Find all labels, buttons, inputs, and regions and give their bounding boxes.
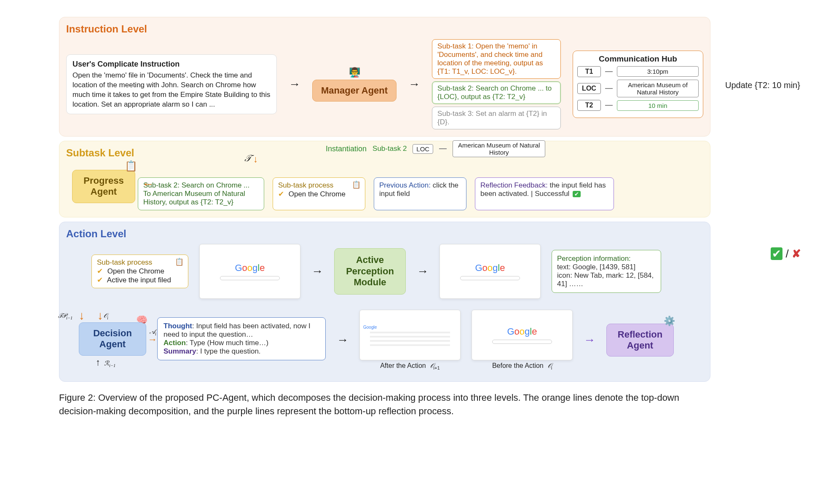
decision-agent-label: Decision Agent bbox=[88, 328, 137, 350]
hub-connector bbox=[605, 105, 613, 106]
instantiation-loc-value: American Museum of Natural History bbox=[453, 140, 545, 157]
arrow-icon: → bbox=[311, 265, 323, 278]
checklist-icon: 📋 bbox=[125, 160, 137, 172]
subtask-2: Sub-task 2: Search on Chrome ... to {LOC… bbox=[432, 81, 561, 104]
arrow-icon: → bbox=[417, 265, 429, 278]
google-logo: Google bbox=[507, 326, 537, 337]
oi-symbol: 𝒪i bbox=[103, 312, 108, 320]
figure-caption: Figure 2: Overview of the proposed PC-Ag… bbox=[59, 391, 710, 418]
brain-icon: 🧠 bbox=[136, 314, 147, 325]
instantiation-strip: Instantiation Sub-task 2 LOC American Mu… bbox=[321, 138, 550, 160]
instantiated-subtask-card: Sub-task 2: Search on Chrome ... To Amer… bbox=[138, 177, 264, 210]
figure-number: Figure 2: bbox=[59, 392, 96, 403]
check-icon bbox=[278, 190, 287, 198]
hub-row: T1 3:10pm bbox=[577, 66, 699, 77]
reflection-feedback-card: Reflection Feedback: the input field has… bbox=[475, 177, 614, 210]
hub-key: LOC bbox=[577, 83, 601, 94]
tp-symbol: 𝒯𝒫i−1 bbox=[58, 312, 72, 320]
figure: Instruction Level User's Complicate Inst… bbox=[59, 17, 710, 382]
search-bar-placeholder bbox=[460, 276, 520, 280]
success-fail-indicator: ✔ / ✘ bbox=[771, 247, 801, 260]
hub-key: T2 bbox=[577, 100, 601, 111]
tau-symbol: 𝒯 bbox=[244, 153, 250, 164]
user-instruction-body: Open the 'memo' file in 'Documents'. Che… bbox=[72, 71, 271, 110]
arrow-right-icon: → bbox=[148, 334, 157, 345]
hub-row: T2 10 min bbox=[577, 100, 699, 111]
subtask-list: Sub-task 1: Open the 'memo' in 'Document… bbox=[432, 39, 561, 129]
screenshot-annotated: Google bbox=[439, 244, 541, 299]
thought-label: Thought bbox=[163, 322, 192, 330]
user-instruction-card: User's Complicate Instruction Open the '… bbox=[66, 54, 277, 114]
cross-icon: ✘ bbox=[792, 247, 801, 260]
action-level-panel: Action Level Sub-task process Open the C… bbox=[59, 222, 710, 382]
teacher-icon: 👨‍🏫 bbox=[349, 67, 360, 78]
arrow-down-icon: ↓ bbox=[79, 309, 85, 322]
arrow-icon: → bbox=[584, 333, 595, 347]
instruction-level-title: Instruction Level bbox=[66, 23, 703, 35]
success-badge-icon: ✔ bbox=[573, 191, 581, 197]
user-instruction-title: User's Complicate Instruction bbox=[72, 59, 271, 69]
perception-info-body: text: Google, [1439, 581] icon: New Tab,… bbox=[557, 263, 654, 288]
progress-agent-label: Progress Agent bbox=[81, 175, 126, 198]
previous-action-card: Previous Action: click the input field bbox=[374, 177, 466, 210]
instantiation-loc-key: LOC bbox=[413, 144, 433, 154]
summary-label: Summary bbox=[163, 347, 196, 355]
subtask-process-item: Active the input filed bbox=[107, 276, 171, 284]
decision-agent: 🧠 Decision Agent bbox=[79, 322, 146, 356]
screenshot-after-action: Google bbox=[359, 310, 461, 360]
manager-agent-label: Manager Agent bbox=[321, 85, 388, 96]
arrow-icon: → bbox=[408, 78, 420, 91]
arrow-left-icon: ← bbox=[142, 177, 154, 191]
connector-line bbox=[439, 148, 447, 149]
clipboard-icon bbox=[175, 257, 184, 266]
arrow-icon: → bbox=[337, 333, 348, 347]
gears-head-icon: ⚙️ bbox=[664, 316, 675, 327]
subtask-process-item: Open the Chrome bbox=[107, 267, 164, 275]
instantiation-label: Instantiation bbox=[326, 145, 367, 153]
perception-info-title: Perception information: bbox=[557, 255, 631, 263]
google-logo: Google bbox=[235, 263, 265, 273]
subtask-process-item: Open the Chrome bbox=[289, 190, 346, 198]
hub-connector bbox=[605, 71, 613, 72]
instantiated-subtask-text: Sub-task 2: Search on Chrome ... To Amer… bbox=[143, 181, 249, 206]
update-annotation: Update {T2: 10 min} bbox=[725, 80, 801, 90]
summary-body: I type the question. bbox=[200, 347, 261, 355]
progress-agent: 📋 Progress Agent bbox=[72, 170, 135, 203]
screenshot-before: Google bbox=[199, 244, 300, 299]
instruction-level-panel: Instruction Level User's Complicate Inst… bbox=[59, 17, 710, 137]
hub-value: American Museum of Natural History bbox=[617, 80, 699, 98]
action-level-title: Action Level bbox=[66, 228, 703, 240]
update-annotation-text: Update {T2: 10 min} bbox=[725, 80, 800, 90]
perception-info-card: Perception information: text: Google, [1… bbox=[552, 250, 661, 293]
reflection-feedback-label: Reflection Feedback bbox=[480, 181, 546, 189]
active-perception-module: Active Perception Module bbox=[334, 248, 406, 295]
hub-value: 3:10pm bbox=[617, 66, 699, 77]
instantiation-subtask: Sub-task 2 bbox=[372, 145, 407, 153]
subtask-process-title: Sub-task process bbox=[278, 181, 333, 189]
clipboard-icon bbox=[352, 180, 361, 189]
check-icon: ✔ bbox=[771, 247, 782, 260]
after-action-label: After the Action 𝒪i+1 bbox=[380, 362, 440, 370]
arrow-up-icon: ↑ bbox=[96, 357, 100, 368]
check-icon bbox=[97, 276, 105, 284]
reflection-agent-label: Reflection Agent bbox=[615, 329, 665, 351]
action-body: Type (How much time…) bbox=[190, 339, 268, 347]
communication-hub: Communication Hub T1 3:10pm LOC American… bbox=[573, 51, 703, 118]
search-bar-placeholder bbox=[220, 276, 280, 280]
screenshot-before-action: Google bbox=[472, 310, 573, 360]
arrow-down-icon: ↓ bbox=[97, 309, 103, 322]
arrow-down-icon: ↓ bbox=[253, 154, 258, 165]
hub-key: T1 bbox=[577, 66, 601, 77]
subtask-3: Sub-task 3: Set an alarm at {T2} in {D}. bbox=[432, 107, 561, 129]
hub-row: LOC American Museum of Natural History bbox=[577, 80, 699, 98]
subtask-process-card-2: Sub-task process Open the Chrome Active … bbox=[91, 255, 188, 288]
check-icon bbox=[97, 267, 105, 275]
arrow-icon: → bbox=[289, 78, 300, 91]
subtask-process-title: Sub-task process bbox=[97, 258, 152, 266]
hub-value: 10 min bbox=[617, 100, 699, 111]
hub-connector bbox=[605, 88, 613, 89]
ri-symbol: ℛi−1 bbox=[104, 359, 115, 368]
subtask-process-card: Sub-task process Open the Chrome bbox=[273, 177, 365, 210]
previous-action-label: Previous Action bbox=[379, 181, 429, 189]
communication-hub-title: Communication Hub bbox=[577, 54, 699, 64]
